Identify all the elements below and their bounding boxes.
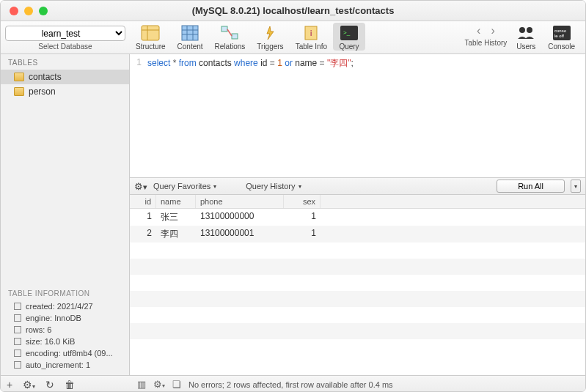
tableinfo-icon: i (301, 24, 321, 42)
status-gear2-button[interactable]: ⚙︎▾ (153, 379, 165, 390)
query-icon: >_ (339, 24, 359, 42)
svg-rect-8 (221, 26, 227, 32)
query-gear-button[interactable]: ⚙︎▾ (134, 181, 147, 192)
svg-text:>_: >_ (343, 29, 351, 36)
delete-button[interactable]: 🗑 (65, 379, 75, 391)
tables-header: TABLES (1, 54, 129, 70)
toolbar-content-button[interactable]: Content (172, 23, 209, 51)
status-gear-button[interactable]: ⚙︎▾ (23, 379, 35, 391)
triggers-icon (260, 24, 280, 42)
console-icon: console off (552, 24, 572, 42)
table-icon (14, 87, 24, 96)
table-history-back-button[interactable]: ‹ (477, 24, 480, 37)
close-window-button[interactable] (10, 7, 18, 15)
refresh-button[interactable]: ↻ (45, 379, 54, 391)
table-history-label: Table History (464, 39, 507, 47)
info-dot-icon (14, 326, 21, 333)
table-item-person[interactable]: person (1, 84, 129, 99)
status-message: No errors; 2 rows affected, first row av… (188, 380, 393, 389)
toolbar-relations-button[interactable]: Relations (209, 23, 252, 51)
table-item-contacts[interactable]: contacts (1, 70, 129, 84)
table-icon (14, 73, 24, 81)
info-row: engine: InnoDB (1, 312, 129, 324)
statusbar: + ⚙︎▾ ↻ 🗑 ▥ ⚙︎▾ ❏ No errors; 2 rows affe… (1, 375, 585, 392)
database-select[interactable]: learn_test (5, 26, 125, 41)
table-info-header: TABLE INFORMATION (1, 285, 129, 300)
svg-rect-0 (142, 26, 159, 40)
info-row: rows: 6 (1, 324, 129, 336)
svg-point-14 (519, 27, 525, 33)
database-select-label: Select Database (38, 42, 92, 51)
info-row: encoding: utf8mb4 (09... (1, 347, 129, 359)
line-number-gutter: 1 (130, 54, 146, 177)
info-dot-icon (14, 338, 21, 345)
minimize-window-button[interactable] (24, 7, 33, 15)
svg-text:le off: le off (554, 34, 564, 38)
sidebar: TABLES contacts person TABLE INFORMATION… (1, 54, 130, 375)
panes-button[interactable]: ❏ (172, 379, 181, 390)
sql-editor[interactable]: 1 select * from contacts where id = 1 or… (130, 54, 585, 177)
run-dropdown-button[interactable]: ▾ (571, 180, 581, 193)
info-dot-icon (14, 314, 21, 322)
toolbar-structure-button[interactable]: Structure (130, 23, 172, 51)
sql-text: select * from contacts where id = 1 or n… (146, 54, 354, 177)
run-all-button[interactable]: Run All (497, 180, 565, 193)
info-dot-icon (14, 361, 21, 369)
svg-text:i: i (310, 29, 312, 37)
svg-rect-9 (232, 34, 238, 39)
toolbar-users-button[interactable]: Users (510, 23, 542, 51)
svg-rect-16 (553, 26, 571, 40)
toolbar-triggers-button[interactable]: Triggers (251, 23, 289, 51)
svg-rect-3 (182, 26, 198, 40)
col-header-phone[interactable]: phone (196, 195, 284, 208)
query-favorites-dropdown[interactable]: Query Favorites ▾ (153, 182, 216, 191)
users-icon (516, 24, 536, 42)
structure-icon (140, 24, 161, 42)
sidebar-toggle-button[interactable]: ▥ (137, 379, 146, 390)
info-dot-icon (14, 350, 21, 357)
svg-text:conso: conso (554, 29, 567, 33)
table-history-forward-button[interactable]: › (491, 24, 494, 37)
content-icon (180, 24, 200, 42)
result-row[interactable]: 2 李四 13100000001 1 (130, 226, 585, 243)
query-history-dropdown[interactable]: Query History ▾ (246, 182, 301, 191)
info-row: size: 16.0 KiB (1, 336, 129, 347)
col-header-name[interactable]: name (156, 195, 196, 208)
result-row[interactable]: 1 张三 13100000000 1 (130, 209, 585, 226)
toolbar-query-button[interactable]: >_ Query (333, 23, 365, 51)
results-grid: id name phone sex 1 张三 13100000000 1 2 李… (130, 195, 585, 375)
toolbar-tableinfo-button[interactable]: i Table Info (290, 23, 333, 51)
col-header-sex[interactable]: sex (284, 195, 321, 208)
col-header-id[interactable]: id (130, 195, 156, 208)
zoom-window-button[interactable] (39, 7, 48, 15)
window-titlebar: (MySQL 8.0.21) localhost/learn_test/cont… (1, 1, 585, 21)
info-dot-icon (14, 303, 21, 310)
query-toolbar: ⚙︎▾ Query Favorites ▾ Query History ▾ Ru… (130, 177, 585, 195)
add-button[interactable]: + (7, 379, 12, 391)
relations-icon (219, 24, 240, 42)
info-row: auto_increment: 1 (1, 359, 129, 375)
window-title: (MySQL 8.0.21) localhost/learn_test/cont… (1, 5, 585, 16)
svg-point-15 (527, 27, 532, 33)
toolbar-console-button[interactable]: console off Console (542, 23, 581, 51)
info-row: created: 2021/4/27 (1, 300, 129, 312)
toolbar: learn_test Select Database Structure Con… (1, 21, 585, 54)
